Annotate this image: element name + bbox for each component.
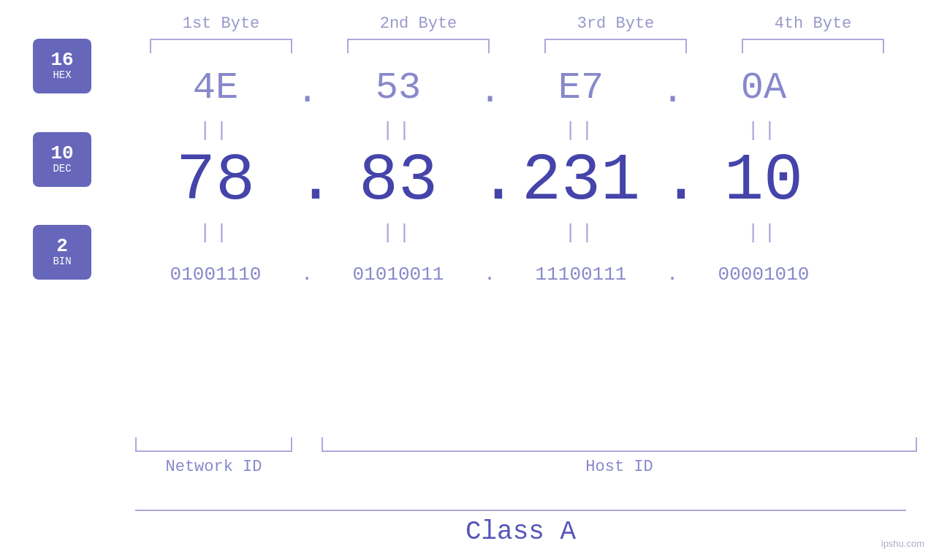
hex-b3: E7 bbox=[501, 66, 661, 110]
row-dec: 78 . 83 . 231 . 10 bbox=[135, 145, 939, 218]
dot-dec-1: . bbox=[296, 148, 318, 214]
dec-b2: 83 bbox=[318, 144, 479, 218]
dot-hex-3: . bbox=[661, 70, 683, 113]
class-a-section: Class A bbox=[135, 510, 906, 547]
main-container: 1st Byte 2nd Byte 3rd Byte 4th Byte 16 H… bbox=[0, 0, 939, 560]
hex-badge: 16 HEX bbox=[33, 39, 91, 93]
bin-b1: 01001110 bbox=[135, 264, 296, 285]
bin-badge-spacer: 2 BIN bbox=[33, 247, 91, 302]
values-grid: 4E . 53 . E7 . 0A || || || || 78 bbox=[135, 61, 939, 302]
eq-2-b2: || bbox=[318, 221, 479, 244]
bin-name: BIN bbox=[53, 256, 71, 268]
dot-hex-2: . bbox=[479, 70, 501, 113]
class-a-border bbox=[135, 510, 906, 511]
dec-badge-spacer: 10 DEC bbox=[33, 145, 91, 218]
dec-num: 10 bbox=[50, 144, 73, 163]
dec-badge: 10 DEC bbox=[33, 132, 91, 187]
bin-num: 2 bbox=[56, 237, 68, 256]
eq-2-b1: || bbox=[135, 221, 296, 244]
bracket-top-4 bbox=[742, 39, 884, 53]
bin-b2: 01010011 bbox=[318, 264, 479, 285]
bracket-top-1 bbox=[150, 39, 292, 53]
content-area: 16 HEX 10 DEC 2 BIN bbox=[0, 61, 939, 302]
top-brackets bbox=[123, 39, 912, 53]
eq-1-b3: || bbox=[501, 119, 661, 142]
dot-bin-3: . bbox=[661, 264, 683, 285]
dec-b1: 78 bbox=[135, 144, 296, 218]
bracket-top-3 bbox=[544, 39, 687, 53]
equals-row-2: || || || || bbox=[135, 218, 939, 247]
dec-b3: 231 bbox=[501, 144, 661, 218]
header-byte2: 2nd Byte bbox=[338, 15, 499, 33]
hex-b1: 4E bbox=[135, 66, 296, 110]
hex-num: 16 bbox=[50, 50, 73, 69]
bin-b4: 00001010 bbox=[683, 264, 844, 285]
row-bin: 01001110 . 01010011 . 11100111 . 0000101… bbox=[135, 247, 939, 302]
header-byte4: 4th Byte bbox=[733, 15, 894, 33]
bin-badge: 2 BIN bbox=[33, 225, 91, 280]
dot-dec-2: . bbox=[479, 148, 501, 214]
hex-name: HEX bbox=[53, 69, 71, 82]
bin-b3: 11100111 bbox=[501, 264, 661, 285]
dot-bin-2: . bbox=[479, 264, 501, 285]
hex-badge-spacer: 16 HEX bbox=[33, 61, 91, 115]
class-a-label: Class A bbox=[135, 517, 906, 547]
dot-dec-3: . bbox=[661, 148, 683, 214]
dec-b4: 10 bbox=[683, 144, 844, 218]
eq-1-b2: || bbox=[318, 119, 479, 142]
network-id-label: Network ID bbox=[135, 458, 292, 476]
bracket-top-2 bbox=[347, 39, 490, 53]
bracket-bottom-net bbox=[135, 437, 292, 452]
byte-headers: 1st Byte 2nd Byte 3rd Byte 4th Byte bbox=[123, 15, 912, 33]
header-byte1: 1st Byte bbox=[141, 15, 302, 33]
header-byte3: 3rd Byte bbox=[536, 15, 696, 33]
eq-2-b4: || bbox=[683, 221, 844, 244]
dot-hex-1: . bbox=[296, 70, 318, 113]
bracket-bottom-host bbox=[322, 437, 917, 452]
row-hex: 4E . 53 . E7 . 0A bbox=[135, 61, 939, 115]
eq-2-b3: || bbox=[501, 221, 661, 244]
bottom-section: Network ID Host ID bbox=[135, 437, 917, 476]
hex-b2: 53 bbox=[318, 66, 479, 110]
base-labels: 16 HEX 10 DEC 2 BIN bbox=[33, 61, 91, 302]
hex-b4: 0A bbox=[683, 66, 844, 110]
equals-row-1: || || || || bbox=[135, 115, 939, 145]
watermark: ipshu.com bbox=[881, 538, 924, 549]
dot-bin-1: . bbox=[296, 264, 318, 285]
eq-1-b1: || bbox=[135, 119, 296, 142]
host-id-label: Host ID bbox=[322, 458, 917, 476]
dec-name: DEC bbox=[53, 163, 71, 175]
bottom-labels-row: Network ID Host ID bbox=[135, 458, 917, 476]
eq-1-b4: || bbox=[683, 119, 844, 142]
bottom-brackets-row bbox=[135, 437, 917, 452]
